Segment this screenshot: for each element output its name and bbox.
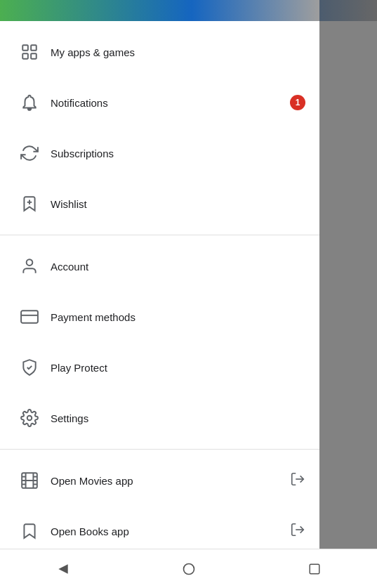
svg-rect-22 — [310, 564, 319, 574]
back-button[interactable] — [48, 554, 79, 584]
menu-item-payment-methods[interactable]: Payment methods — [0, 292, 319, 342]
wishlist-label: Wishlist — [51, 198, 305, 210]
play-protect-label: Play Protect — [51, 362, 305, 374]
payment-methods-label: Payment methods — [51, 311, 305, 323]
svg-rect-3 — [31, 53, 37, 59]
account-label: Account — [51, 261, 305, 273]
menu-item-wishlist[interactable]: Wishlist — [0, 178, 319, 229]
open-movies-app-label: Open Movies app — [51, 475, 284, 487]
menu-item-subscriptions[interactable]: Subscriptions — [0, 128, 319, 178]
svg-rect-0 — [22, 45, 28, 51]
my-apps-games-label: My apps & games — [51, 46, 305, 58]
gear-icon — [14, 403, 45, 433]
book-icon — [14, 516, 45, 547]
navigation-drawer: My apps & games Notifications 1 Subscrip… — [0, 0, 319, 588]
open-books-app-label: Open Books app — [51, 525, 284, 537]
person-icon — [14, 251, 45, 282]
svg-rect-1 — [31, 45, 37, 51]
credit-card-icon — [14, 301, 45, 332]
open-books-external-icon — [290, 522, 305, 540]
grid-icon — [14, 37, 45, 67]
menu-section-2: Account Payment methods Play Protect — [0, 235, 319, 449]
menu-section-3: Open Movies app Open Books app — [0, 449, 319, 562]
svg-rect-7 — [21, 311, 38, 322]
svg-rect-2 — [22, 53, 28, 59]
refresh-icon — [14, 138, 45, 169]
shield-icon — [14, 352, 45, 383]
bell-icon — [14, 87, 45, 118]
menu-section-1: My apps & games Notifications 1 Subscrip… — [0, 21, 319, 235]
svg-point-9 — [27, 416, 32, 421]
svg-point-6 — [27, 259, 33, 266]
menu-item-play-protect[interactable]: Play Protect — [0, 342, 319, 393]
menu-item-open-movies-app[interactable]: Open Movies app — [0, 455, 319, 506]
bookmark-add-icon — [14, 188, 45, 219]
svg-marker-20 — [58, 564, 67, 573]
menu-item-my-apps-games[interactable]: My apps & games — [0, 27, 319, 77]
subscriptions-label: Subscriptions — [51, 148, 305, 159]
menu-item-settings[interactable]: Settings — [0, 393, 319, 443]
notifications-badge: 1 — [290, 95, 305, 110]
notifications-label: Notifications — [51, 97, 284, 109]
film-icon — [14, 465, 45, 496]
open-movies-external-icon — [290, 471, 305, 490]
settings-label: Settings — [51, 412, 305, 424]
drawer-header — [0, 0, 319, 21]
svg-point-21 — [183, 563, 194, 574]
menu-item-notifications[interactable]: Notifications 1 — [0, 77, 319, 128]
menu-item-account[interactable]: Account — [0, 241, 319, 292]
home-button[interactable] — [173, 554, 204, 584]
recents-button[interactable] — [299, 554, 330, 584]
bottom-navigation-bar — [0, 549, 377, 588]
